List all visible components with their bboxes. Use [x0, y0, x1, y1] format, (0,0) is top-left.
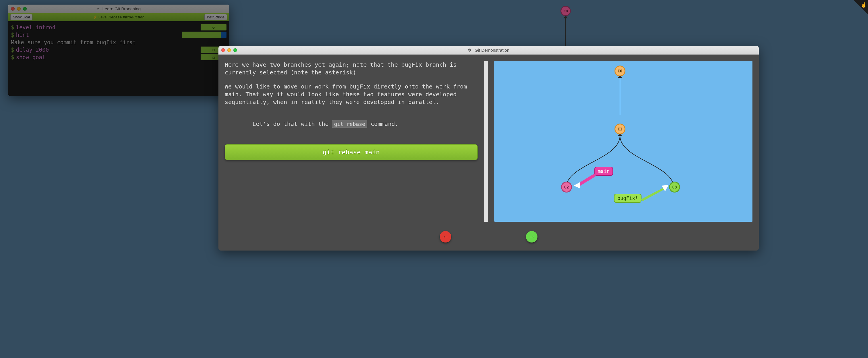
demo-window: ✲ Git Demonstration Here we have two bra…	[218, 46, 759, 251]
level-toolbar: Show Goal ⚡ Level Rebase Introduction In…	[8, 13, 229, 21]
terminal-window: ⌂ Learn Git Branching Show Goal ⚡ Level …	[8, 5, 229, 96]
demo-title: Git Demonstration	[474, 48, 509, 53]
bg-commit-c0: C0	[560, 6, 571, 16]
prompt-icon: $	[11, 54, 14, 60]
minimize-icon[interactable]	[227, 48, 231, 52]
level-name: Rebase Introduction	[108, 15, 145, 19]
lesson-paragraph: We would like to move our work from bugF…	[225, 83, 478, 106]
prompt-icon: $	[11, 46, 14, 53]
branch-bugfix-tag[interactable]: bugFix*	[614, 194, 642, 203]
run-command-button[interactable]: git rebase main	[225, 144, 478, 160]
checkbox-icon	[212, 55, 215, 60]
terminal-line: $ hint	[11, 31, 226, 38]
bolt-icon: ⚡	[93, 15, 97, 19]
retweet-icon	[212, 25, 215, 30]
checkbox-icon	[212, 47, 215, 52]
gear-icon: ✲	[468, 48, 472, 53]
zoom-icon[interactable]	[23, 7, 27, 11]
scrollbar[interactable]	[484, 61, 488, 222]
lesson-text: Here we have two branches yet again; not…	[225, 61, 478, 222]
prev-button[interactable]: ←	[440, 231, 451, 242]
inline-after: command.	[367, 120, 398, 127]
prompt-icon: $	[11, 32, 14, 38]
commit-c2[interactable]: C2	[561, 182, 572, 193]
prompt-icon: $	[11, 24, 14, 30]
level-prefix: Level	[99, 15, 107, 19]
instructions-button[interactable]: Instructions	[204, 14, 227, 21]
status-badge	[182, 32, 222, 38]
demo-body: Here we have two branches yet again; not…	[218, 55, 759, 228]
commit-diagram: C0 C1 C2 C3 main bugFix*	[494, 61, 752, 222]
svg-marker-1	[574, 182, 580, 189]
terminal-titlebar: ⌂ Learn Git Branching	[8, 5, 229, 13]
branch-main-tag[interactable]: main	[594, 167, 613, 176]
edge-c1-c0	[620, 77, 620, 115]
terminal-title: Learn Git Branching	[102, 6, 141, 11]
svg-marker-2	[641, 187, 665, 201]
terminal-command: hint	[16, 32, 29, 38]
inline-before: Let's do that with the	[252, 120, 332, 127]
commit-c1[interactable]: C1	[615, 124, 625, 134]
terminal-line: $ show goal	[11, 54, 226, 61]
zoom-icon[interactable]	[234, 48, 237, 52]
terminal-command: show goal	[16, 54, 45, 60]
home-icon: ⌂	[97, 6, 99, 11]
branch-main-pointer	[574, 173, 595, 188]
terminal-command: level intro4	[16, 24, 55, 30]
lesson-paragraph: Let's do that with the git rebase comman…	[225, 112, 478, 136]
demo-nav: ← →	[218, 228, 759, 251]
terminal-output: Make sure you commit from bugFix first	[11, 39, 136, 45]
lesson-paragraph: Here we have two branches yet again; not…	[225, 61, 478, 76]
demo-titlebar: ✲ Git Demonstration	[218, 46, 759, 55]
close-icon[interactable]	[11, 7, 15, 11]
terminal-line: $ delay 2000	[11, 46, 226, 54]
hand-icon: ☝	[861, 2, 867, 8]
bg-edge	[565, 17, 566, 48]
minimize-icon[interactable]	[17, 7, 21, 11]
inline-code: git rebase	[332, 120, 367, 128]
show-goal-button[interactable]: Show Goal	[10, 14, 32, 21]
terminal-command: delay 2000	[16, 46, 49, 53]
terminal-line: Make sure you commit from bugFix first	[11, 38, 226, 46]
terminal-line: $ level intro4	[11, 24, 226, 31]
status-badge-blue	[221, 32, 226, 38]
branch-bugfix-pointer	[641, 185, 670, 202]
status-badge	[200, 24, 226, 30]
arrow-right-icon: →	[528, 233, 535, 241]
commit-c3[interactable]: C3	[669, 182, 680, 193]
arrow-left-icon: ←	[442, 233, 449, 241]
next-button[interactable]: →	[526, 231, 537, 242]
close-icon[interactable]	[221, 48, 225, 52]
commit-c0[interactable]: C0	[615, 66, 625, 76]
terminal-body[interactable]: $ level intro4 $ hint Make sure you comm…	[8, 21, 229, 96]
